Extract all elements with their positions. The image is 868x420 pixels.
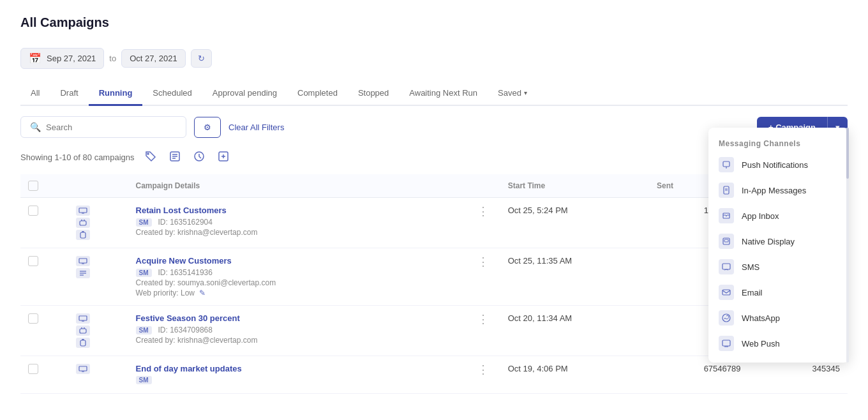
search-box[interactable]: 🔍 bbox=[20, 116, 186, 138]
sms-icon bbox=[719, 259, 734, 274]
dropdown-item-label: Email bbox=[742, 288, 763, 297]
date-filter-row: 📅 Sep 27, 2021 to Oct 27, 2021 ↻ bbox=[20, 48, 848, 69]
svg-rect-22 bbox=[80, 329, 86, 333]
header-channel bbox=[68, 174, 128, 198]
campaign-priority: Web priority: Low ✎ bbox=[136, 289, 276, 297]
campaign-creator: Created by: krishna@clevertap.com bbox=[136, 336, 258, 345]
dropdown-items-list: Push Notifications In-App Messages App I… bbox=[708, 152, 849, 356]
more-options-button[interactable]: ⋮ bbox=[474, 256, 493, 267]
campaign-id: ID: 1634709868 bbox=[158, 326, 213, 334]
push-icon bbox=[719, 157, 734, 172]
campaign-details-cell: Acquire New Customers SM ID: 1635141936 … bbox=[128, 248, 500, 306]
channel-icons-cell bbox=[68, 306, 128, 356]
campaign-name[interactable]: End of day market updates bbox=[136, 364, 242, 373]
edit-priority-icon[interactable]: ✎ bbox=[199, 289, 206, 297]
row-checkbox[interactable] bbox=[28, 256, 38, 266]
start-time-cell: Oct 19, 4:06 PM bbox=[500, 356, 649, 394]
search-input[interactable] bbox=[46, 123, 177, 132]
dropdown-item-label: App Inbox bbox=[742, 211, 779, 221]
row-checkbox[interactable] bbox=[28, 313, 38, 324]
dropdown-item-inbox[interactable]: App Inbox bbox=[708, 203, 849, 229]
clear-filters-button[interactable]: Clear All Filters bbox=[228, 123, 284, 132]
svg-rect-18 bbox=[79, 316, 87, 320]
campaign-badge: SM bbox=[136, 376, 152, 384]
svg-point-36 bbox=[722, 314, 730, 322]
dropdown-item-label: Native Display bbox=[742, 237, 795, 246]
campaign-details-cell: Festive Season 30 percent SM ID: 1634709… bbox=[128, 306, 500, 356]
more-options-button[interactable]: ⋮ bbox=[474, 313, 493, 325]
campaign-name[interactable]: Festive Season 30 percent bbox=[136, 313, 258, 323]
tag-icon-button[interactable] bbox=[142, 148, 159, 167]
start-date: Sep 27, 2021 bbox=[47, 54, 96, 63]
start-time-cell: Oct 25, 11:35 AM bbox=[500, 248, 649, 306]
chevron-down-icon: ▾ bbox=[524, 89, 527, 96]
dropdown-item-whatsapp[interactable]: WhatsApp bbox=[708, 305, 849, 331]
campaign-id: ID: 1635141936 bbox=[158, 268, 213, 277]
row-checkbox[interactable] bbox=[28, 364, 38, 374]
native-icon bbox=[719, 234, 734, 249]
list-icon-button[interactable] bbox=[167, 148, 183, 167]
scrollbar[interactable] bbox=[846, 128, 849, 363]
inbox-icon bbox=[719, 208, 734, 223]
webpush-icon bbox=[719, 336, 734, 351]
apple-channel-icon bbox=[76, 230, 90, 240]
date-separator: to bbox=[109, 54, 116, 63]
tab-stopped[interactable]: Stopped bbox=[348, 82, 399, 106]
channel-icons bbox=[76, 364, 121, 374]
svg-rect-12 bbox=[80, 232, 86, 238]
page-container: All Campaigns 📅 Sep 27, 2021 to Oct 27, … bbox=[0, 0, 868, 420]
end-date-picker[interactable]: Oct 27, 2021 bbox=[121, 49, 185, 68]
dropdown-item-label: SMS bbox=[742, 262, 760, 272]
channel-icons-cell bbox=[68, 198, 128, 248]
svg-rect-7 bbox=[79, 208, 87, 213]
select-all-checkbox[interactable] bbox=[28, 181, 38, 191]
row-checkbox[interactable] bbox=[28, 206, 38, 216]
tab-completed[interactable]: Completed bbox=[287, 82, 348, 106]
row-checkbox-cell bbox=[20, 356, 68, 394]
header-checkbox-cell bbox=[20, 174, 68, 198]
tab-saved[interactable]: Saved ▾ bbox=[488, 82, 537, 106]
campaign-details-cell: Retain Lost Customers SM ID: 1635162904 … bbox=[128, 198, 500, 248]
filter-icon: ⚙ bbox=[204, 123, 211, 132]
campaign-name[interactable]: Acquire New Customers bbox=[136, 256, 276, 266]
header-start-time: Start Time bbox=[500, 174, 649, 198]
tab-running[interactable]: Running bbox=[89, 82, 143, 106]
more-options-button[interactable]: ⋮ bbox=[474, 364, 493, 375]
monitor-channel-icon bbox=[76, 256, 90, 266]
export-icon-button[interactable] bbox=[215, 148, 232, 167]
channel-icons-cell bbox=[68, 248, 128, 306]
refresh-button[interactable]: ↻ bbox=[191, 49, 212, 68]
tab-awaiting-next-run[interactable]: Awaiting Next Run bbox=[399, 82, 488, 106]
filter-button[interactable]: ⚙ bbox=[194, 117, 221, 138]
tab-approval-pending[interactable]: Approval pending bbox=[202, 82, 287, 106]
circle-icon-button[interactable] bbox=[191, 148, 207, 167]
dropdown-item-push[interactable]: Push Notifications bbox=[708, 152, 849, 177]
more-options-button[interactable]: ⋮ bbox=[474, 206, 493, 217]
svg-rect-35 bbox=[722, 290, 730, 295]
dropdown-item-webpush[interactable]: Web Push bbox=[708, 331, 849, 356]
tab-all[interactable]: All bbox=[20, 82, 50, 106]
campaign-name[interactable]: Retain Lost Customers bbox=[136, 206, 258, 215]
dropdown-item-label: Push Notifications bbox=[742, 160, 808, 170]
tab-saved-label: Saved bbox=[498, 88, 521, 98]
dropdown-section-title: Messaging Channels bbox=[708, 134, 849, 152]
start-time-cell: Oct 25, 5:24 PM bbox=[500, 198, 649, 248]
dropdown-item-native[interactable]: Native Display bbox=[708, 229, 849, 254]
search-icon: 🔍 bbox=[30, 122, 41, 132]
whatsapp-icon bbox=[719, 310, 734, 326]
monitor-channel-icon bbox=[76, 313, 90, 324]
dropdown-item-sms[interactable]: SMS bbox=[708, 254, 849, 280]
scroll-thumb bbox=[846, 128, 849, 179]
page-title: All Campaigns bbox=[20, 15, 848, 30]
tab-scheduled[interactable]: Scheduled bbox=[142, 82, 202, 106]
campaign-badge: SM bbox=[136, 326, 152, 334]
campaign-badge: SM bbox=[136, 269, 152, 277]
dropdown-item-label: Web Push bbox=[742, 339, 780, 349]
date-picker[interactable]: 📅 Sep 27, 2021 bbox=[20, 48, 104, 69]
dropdown-item-inapp[interactable]: In-App Messages bbox=[708, 177, 849, 203]
email-icon bbox=[719, 285, 734, 300]
dropdown-item-email[interactable]: Email bbox=[708, 280, 849, 305]
row-checkbox-cell bbox=[20, 198, 68, 248]
tab-draft[interactable]: Draft bbox=[50, 82, 88, 106]
dropdown-item-label: In-App Messages bbox=[742, 186, 806, 195]
